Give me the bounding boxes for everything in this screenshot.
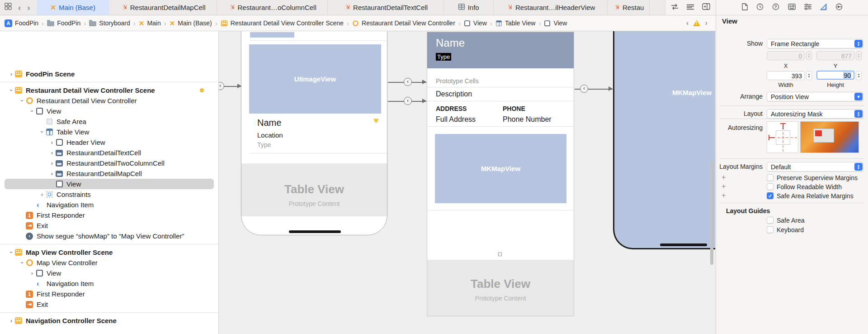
disclosure-chevron[interactable]: › [19, 98, 26, 104]
restaurant-detail-table-controller[interactable]: Name Type Prototype Cells Description AD… [427, 32, 574, 316]
outline-row-navigation-controller-scene[interactable]: ›Navigation Controller Scene [0, 315, 218, 326]
previous-issue-button[interactable]: ‹ [686, 19, 689, 28]
outline-row-safe-area[interactable]: Safe Area [0, 116, 218, 127]
warning-triangle-icon[interactable] [693, 20, 700, 26]
follow-readable-width-checkbox[interactable] [767, 183, 774, 190]
tab-restaurantdetailtextcell[interactable]: RestaurantDetailTextCell [328, 0, 444, 15]
disclosure-chevron[interactable]: › [8, 317, 14, 324]
forward-button[interactable]: › [27, 3, 30, 12]
connections-inspector-icon[interactable] [835, 3, 843, 12]
tab-overview-icon[interactable] [5, 3, 12, 12]
uiimageview-placeholder[interactable]: UIImageView [249, 44, 381, 114]
safe-area-relative-margins-checkbox[interactable]: ✓ [767, 192, 774, 199]
outline-row-map-view-controller-scene[interactable]: ›Map View Controller Scene [0, 247, 218, 258]
address-value-label[interactable]: Full Address [436, 115, 476, 124]
breadcrumb-item[interactable]: Restaurant Detail View Controller [352, 19, 455, 27]
show-popup[interactable]: Frame Rectangle ▲▼ [767, 39, 863, 48]
outline-row-first-responder[interactable]: 1First Responder [0, 289, 218, 299]
disclosure-chevron[interactable]: › [8, 87, 15, 94]
disclosure-chevron[interactable]: › [8, 249, 15, 256]
x-field[interactable]: 0 [767, 51, 805, 60]
table-header-view[interactable]: Name Type [427, 32, 574, 68]
add-margin-button[interactable]: + [722, 191, 726, 200]
adjust-editor-icon[interactable] [671, 4, 679, 12]
disclosure-chevron[interactable]: › [49, 160, 55, 167]
breadcrumb-item[interactable]: View [544, 19, 567, 27]
arrange-pulldown[interactable]: Position View ▾ [767, 92, 863, 101]
disclosure-chevron[interactable]: › [8, 71, 14, 77]
segue-circle[interactable]: ‹ [404, 97, 412, 105]
breadcrumb-item[interactable]: View [464, 19, 487, 27]
outline-row-restaurantdetailtwocolumncell[interactable]: ›RestaurantDetailTwoColumnCell [0, 158, 218, 168]
outline-row-first-responder[interactable]: 1First Responder [0, 210, 218, 220]
height-stepper[interactable]: ▲▼ [856, 71, 862, 80]
breadcrumb-item[interactable]: AFoodPin [5, 19, 38, 27]
cell-name-label[interactable]: Name [257, 118, 281, 128]
breadcrumb-item[interactable]: Storyboard [89, 19, 130, 27]
y-stepper[interactable]: ▲▼ [856, 51, 862, 60]
segue-circle[interactable]: ‹ [580, 85, 588, 93]
breadcrumb-item[interactable]: FoodPin [47, 19, 80, 27]
disclosure-chevron[interactable]: › [39, 129, 46, 135]
outline-row-view[interactable]: ›View [0, 268, 218, 278]
add-editor-icon[interactable] [702, 3, 710, 12]
mkmapview-cell[interactable]: MKMapView [435, 134, 566, 203]
header-name-label[interactable]: Name [436, 37, 465, 49]
attributes-inspector-icon[interactable] [804, 4, 811, 11]
cell-location-label[interactable]: Location [257, 131, 283, 139]
tab-restaurantdetailmapcell[interactable]: RestaurantDetailMapCell [109, 0, 217, 15]
add-margin-button[interactable]: + [722, 182, 726, 191]
size-inspector-icon[interactable] [820, 4, 827, 12]
safe-area-checkbox[interactable] [767, 217, 774, 224]
tab-main-base-[interactable]: ✕Main (Base) [37, 0, 109, 15]
disclosure-chevron[interactable]: › [29, 270, 35, 277]
outline-row-header-view[interactable]: ›Header View [0, 137, 218, 148]
file-inspector-icon[interactable] [742, 3, 748, 12]
outline-row-restaurantdetailtextcell[interactable]: ›RestaurantDetailTextCell [0, 148, 218, 158]
outline-row-constraints[interactable]: ›Constraints [0, 189, 218, 200]
segue-circle[interactable]: ‹ [404, 78, 412, 86]
outline-row-restaurantdetailmapcell[interactable]: ›RestaurantDetailMapCell [0, 168, 218, 179]
keyboard-checkbox[interactable] [767, 226, 774, 233]
outline-row-view[interactable]: ›View [0, 106, 218, 116]
next-issue-button[interactable]: › [705, 19, 708, 28]
disclosure-chevron[interactable]: › [19, 260, 26, 266]
disclosure-chevron[interactable]: › [29, 108, 36, 115]
breadcrumb-item[interactable]: Restaurant Detail View Controller Scene [221, 19, 344, 27]
outline-row-navigation-item[interactable]: ‹Navigation Item [0, 278, 218, 289]
preserve-superview-margins-checkbox[interactable] [767, 174, 774, 181]
breadcrumb-item[interactable]: ✕Main (Base) [170, 19, 212, 27]
header-type-label[interactable]: Type [436, 53, 451, 61]
x-stepper[interactable]: ▲▼ [806, 51, 812, 60]
disclosure-chevron[interactable]: › [49, 170, 55, 177]
map-view-device[interactable]: MKMapView [613, 31, 715, 249]
tab-restaurant-ilheaderview[interactable]: Restaurant…ilHeaderView [494, 0, 608, 15]
warning-dot-icon[interactable] [200, 88, 204, 92]
layout-margins-popup[interactable]: Default ▲▼ [767, 162, 863, 172]
outline-row-restaurant-detail-view-controller[interactable]: ›Restaurant Detail View Controller [0, 95, 218, 106]
autoresizing-control[interactable] [767, 121, 798, 153]
disclosure-chevron[interactable]: › [49, 139, 55, 146]
editor-list-icon[interactable] [687, 4, 694, 12]
outline-row-map-view-controller[interactable]: ›Map View Controller [0, 258, 218, 268]
add-margin-button[interactable]: + [722, 173, 726, 181]
storyboard-canvas[interactable]: ‹ UIImageView Name ♥ Location Type Table… [219, 31, 716, 334]
tab-info[interactable]: Info [444, 0, 494, 15]
breadcrumb-item[interactable]: Table View [495, 19, 535, 27]
height-field[interactable]: 90 [816, 71, 854, 80]
y-field[interactable]: 877 [816, 51, 854, 60]
outline-row-table-view[interactable]: ›Table View [0, 127, 218, 137]
layout-popup[interactable]: Autoresizing Mask ▲▼ [767, 109, 863, 119]
tab-restau[interactable]: Restau [608, 0, 650, 15]
canvas-scrollbar[interactable] [710, 161, 713, 265]
history-inspector-icon[interactable] [756, 3, 764, 12]
outline-row-view[interactable]: View [0, 179, 218, 189]
tab-restaurant-ocolumncell[interactable]: Restaurant…oColumnCell [217, 0, 328, 15]
disclosure-chevron[interactable]: › [49, 149, 55, 156]
outline-row-exit[interactable]: ⇥Exit [0, 299, 218, 310]
selection-handle[interactable] [498, 253, 502, 256]
description-cell[interactable]: Description [436, 90, 472, 98]
phone-header-label[interactable]: PHONE [503, 105, 525, 112]
segue-circle[interactable]: ‹ [219, 82, 224, 90]
help-inspector-icon[interactable]: ? [772, 3, 779, 12]
